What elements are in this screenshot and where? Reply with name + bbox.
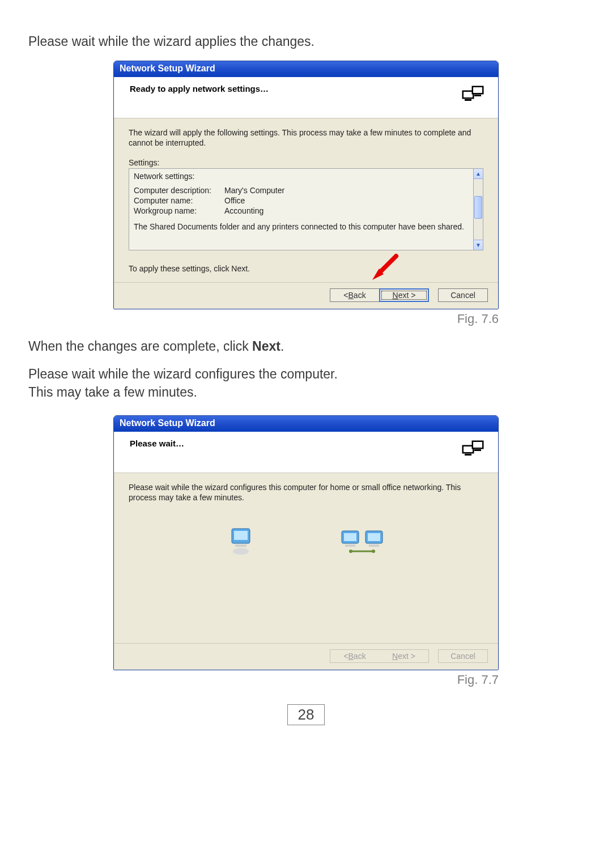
settings-label: Settings: — [129, 158, 483, 167]
svg-point-17 — [233, 548, 249, 555]
settings-row: Workgroup name: Accounting — [134, 206, 469, 216]
next-button[interactable]: Next > — [379, 288, 429, 302]
to-apply-text: To apply these settings, click Next. — [129, 264, 483, 273]
svg-rect-5 — [474, 95, 481, 96]
wizard-header: Please wait… — [114, 432, 498, 473]
scroll-down-button[interactable]: ▼ — [474, 240, 483, 250]
wizard-footer: < Back Next > Cancel — [114, 643, 498, 670]
svg-rect-16 — [235, 544, 246, 547]
svg-rect-20 — [345, 544, 355, 547]
progress-animation — [129, 525, 483, 557]
window-title: Network Setup Wizard — [114, 416, 498, 432]
wizard-header: Ready to apply network settings… — [114, 77, 498, 118]
next-button: Next > — [379, 649, 429, 663]
figure-caption: Fig. 7.6 — [113, 312, 499, 326]
wizard-body: The wizard will apply the following sett… — [114, 118, 498, 282]
doc-after-1: When the changes are complete, click Nex… — [28, 338, 584, 355]
settings-box: Network settings: Computer description: … — [129, 168, 473, 250]
svg-rect-22 — [368, 533, 380, 541]
network-computers-icon — [461, 84, 487, 110]
wizard-intro-text: The wizard will apply the following sett… — [129, 127, 483, 148]
doc-intro-1: Please wait while the wizard applies the… — [28, 33, 584, 50]
svg-rect-4 — [473, 87, 482, 93]
wizard-header-title: Please wait… — [130, 439, 184, 448]
settings-heading: Network settings: — [134, 171, 469, 181]
back-button: < Back — [330, 649, 380, 663]
wizard-footer: < Back Next > Cancel — [114, 282, 498, 309]
settings-key: Computer name: — [134, 195, 224, 206]
settings-row: Computer description: Mary's Computer — [134, 185, 469, 195]
settings-val: Accounting — [224, 206, 264, 216]
back-button[interactable]: < Back — [330, 288, 380, 302]
network-computers-icon — [461, 439, 487, 465]
svg-rect-12 — [473, 442, 482, 448]
please-wait-text: Please wait while the wizard configures … — [129, 482, 483, 503]
svg-rect-2 — [465, 99, 471, 101]
wizard-header-title: Ready to apply network settings… — [130, 84, 269, 93]
settings-val: Office — [224, 195, 245, 206]
settings-key: Computer description: — [134, 185, 224, 195]
networked-computers-icon — [339, 525, 385, 557]
svg-rect-19 — [344, 533, 356, 541]
svg-rect-15 — [234, 531, 248, 540]
settings-key: Workgroup name: — [134, 206, 224, 216]
scroll-up-button[interactable]: ▲ — [474, 169, 483, 179]
doc-intro-2: Please wait while the wizard configures … — [28, 365, 584, 401]
figure-caption: Fig. 7.7 — [113, 673, 499, 687]
svg-rect-1 — [464, 92, 473, 97]
svg-point-25 — [349, 550, 352, 553]
svg-rect-9 — [464, 446, 473, 452]
computer-icon — [227, 525, 254, 557]
wizard-window-1: Network Setup Wizard Ready to apply netw… — [113, 61, 499, 309]
svg-rect-10 — [465, 454, 471, 456]
page-number: 28 — [287, 704, 325, 725]
svg-point-26 — [372, 550, 375, 553]
shared-note: The Shared Documents folder and any prin… — [134, 222, 469, 232]
cancel-button[interactable]: Cancel — [438, 288, 488, 302]
scroll-track[interactable] — [474, 179, 483, 240]
scroll-thumb[interactable] — [474, 196, 482, 219]
svg-rect-23 — [369, 544, 379, 547]
svg-rect-13 — [474, 449, 481, 451]
wizard-window-2: Network Setup Wizard Please wait… Please… — [113, 415, 499, 670]
settings-row: Computer name: Office — [134, 195, 469, 206]
wizard-body: Please wait while the wizard configures … — [114, 473, 498, 643]
window-title: Network Setup Wizard — [114, 61, 498, 77]
settings-val: Mary's Computer — [224, 185, 284, 195]
scrollbar[interactable]: ▲ ▼ — [473, 168, 483, 250]
cancel-button: Cancel — [438, 649, 488, 663]
